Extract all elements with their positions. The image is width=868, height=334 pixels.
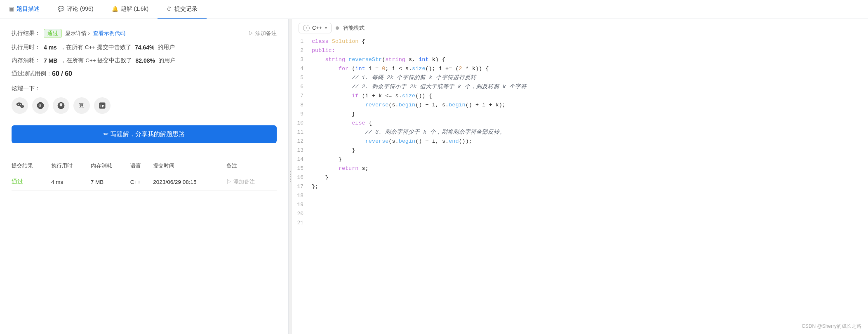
col-result: 提交结果 — [12, 159, 51, 173]
time-desc: ，在所有 C++ 提交中击败了 — [60, 44, 132, 51]
testcase-value: 60 / 60 — [52, 70, 72, 78]
social-icons: 微 豆 — [12, 97, 277, 114]
table-row: 通过 4 ms 7 MB C++ 2023/06/29 08:15 ▷ 添加备注 — [12, 173, 277, 191]
tab-description[interactable]: ▣ 题目描述 — [0, 0, 49, 19]
tab-bar: ▣ 题目描述 💬 评论 (996) 🔔 题解 (1.6k) ⏱ 提交记录 — [0, 0, 868, 19]
smart-mode-label: 智能模式 — [343, 24, 365, 32]
time-row: 执行用时： 4 ms ，在所有 C++ 提交中击败了 74.64% 的用户 — [12, 44, 277, 51]
view-code-link[interactable]: 查看示例代码 — [93, 30, 125, 37]
col-lang: 语言 — [130, 159, 153, 173]
editor-toolbar: i C++ ▾ 智能模式 — [292, 19, 868, 37]
row-lang: C++ — [130, 173, 153, 191]
wechat-share-button[interactable] — [12, 97, 28, 114]
divider-dot-5 — [290, 181, 291, 182]
code-line-2: 2 public: — [292, 46, 868, 55]
add-note-top[interactable]: ▷ 添加备注 — [248, 30, 277, 37]
submission-table: 提交结果 执行用时 内存消耗 语言 提交时间 备注 通过 4 ms 7 MB C… — [12, 159, 277, 191]
main-content: 执行结果： 通过 显示详情 › 查看示例代码 ▷ 添加备注 执行用时： 4 ms… — [0, 19, 868, 334]
code-line-11: 11 // 3. 剩余字符少于 k 个，则将剩余字符全部反转。 — [292, 128, 868, 137]
row-result: 通过 — [12, 173, 51, 191]
code-line-1: 1 class Solution { — [292, 37, 868, 46]
watermark: CSDN @Sherry的成长之路 — [802, 323, 861, 330]
divider-dot-2 — [290, 174, 291, 175]
share-label: 炫耀一下： — [12, 85, 277, 92]
mem-value: 7 MB — [44, 57, 57, 64]
mem-desc: ，在所有 C++ 提交中击败了 — [61, 57, 132, 64]
comments-icon: 💬 — [58, 6, 64, 12]
language-selector[interactable]: i C++ ▾ — [299, 23, 332, 33]
code-line-7: 7 if (i + k <= s.size()) { — [292, 92, 868, 101]
code-line-6: 6 // 2. 剩余字符小于 2k 但大于或等于 k 个，则反转前 k 个字符 — [292, 82, 868, 92]
time-percent: 74.64% — [135, 44, 154, 51]
col-note: 备注 — [226, 159, 277, 173]
description-icon: ▣ — [9, 6, 14, 12]
code-line-18: 18 — [292, 191, 868, 200]
right-panel: i C++ ▾ 智能模式 1 class Solution { 2 public… — [292, 19, 868, 334]
dot-indicator — [336, 26, 339, 30]
code-line-20: 20 — [292, 209, 868, 219]
code-line-8: 8 reverse(s.begin() + i, s.begin() + i +… — [292, 101, 868, 110]
code-line-21: 21 — [292, 219, 868, 228]
tab-submissions[interactable]: ⏱ 提交记录 — [158, 0, 207, 19]
time-value: 4 ms — [44, 44, 57, 51]
result-label: 执行结果： — [12, 30, 40, 37]
chevron-down-icon: ▾ — [325, 26, 327, 30]
result-row: 执行结果： 通过 显示详情 › 查看示例代码 ▷ 添加备注 — [12, 29, 277, 38]
svg-text:豆: 豆 — [79, 103, 84, 108]
weibo-share-button[interactable]: 微 — [32, 97, 49, 114]
divider-dot-1 — [290, 171, 291, 172]
qq-share-button[interactable] — [53, 97, 69, 114]
douban-share-button[interactable]: 豆 — [73, 97, 90, 114]
lang-info-icon: i — [303, 25, 310, 31]
code-line-19: 19 — [292, 200, 868, 209]
result-status-badge: 通过 — [44, 29, 62, 38]
col-submit-time: 提交时间 — [153, 159, 226, 173]
time-suffix: 的用户 — [158, 44, 175, 51]
left-panel: 执行结果： 通过 显示详情 › 查看示例代码 ▷ 添加备注 执行用时： 4 ms… — [0, 19, 289, 334]
code-line-15: 15 return s; — [292, 164, 868, 173]
divider-dot-3 — [290, 176, 291, 177]
col-mem: 内存消耗 — [91, 159, 130, 173]
row-submit-time: 2023/06/29 08:15 — [153, 173, 226, 191]
code-line-3: 3 string reverseStr(string s, int k) { — [292, 55, 868, 64]
show-detail-link[interactable]: 显示详情 › — [65, 30, 90, 37]
code-line-16: 16 } — [292, 173, 868, 182]
panel-divider[interactable] — [289, 19, 292, 334]
testcase-row: 通过测试用例： 60 / 60 — [12, 70, 277, 78]
code-line-9: 9 } — [292, 110, 868, 119]
col-time: 执行用时 — [51, 159, 91, 173]
time-label: 执行用时： — [12, 44, 40, 51]
divider-dot-4 — [290, 179, 291, 180]
code-line-10: 10 else { — [292, 119, 868, 128]
lang-label: C++ — [312, 25, 322, 31]
write-solution-button[interactable]: ✏ 写题解，分享我的解题思路 — [12, 125, 277, 143]
row-note[interactable]: ▷ 添加备注 — [226, 173, 277, 191]
submissions-icon: ⏱ — [167, 6, 172, 12]
code-line-14: 14 } — [292, 155, 868, 164]
code-line-17: 17 }; — [292, 182, 868, 191]
code-editor[interactable]: 1 class Solution { 2 public: 3 string re… — [292, 37, 868, 334]
code-line-4: 4 for (int i = 0; i < s.size(); i += (2 … — [292, 64, 868, 73]
mem-label: 内存消耗： — [12, 57, 40, 64]
code-line-5: 5 // 1. 每隔 2k 个字符的前 k 个字符进行反转 — [292, 73, 868, 82]
tab-comments[interactable]: 💬 评论 (996) — [49, 0, 103, 19]
linkedin-share-button[interactable] — [94, 97, 111, 114]
mem-suffix: 的用户 — [158, 57, 176, 64]
mem-percent: 82.08% — [135, 57, 155, 64]
mem-row: 内存消耗： 7 MB ，在所有 C++ 提交中击败了 82.08% 的用户 — [12, 57, 277, 64]
solutions-icon: 🔔 — [112, 6, 118, 12]
code-line-12: 12 reverse(s.begin() + i, s.end()); — [292, 137, 868, 146]
testcase-label: 通过测试用例： — [12, 70, 52, 78]
tab-solutions[interactable]: 🔔 题解 (1.6k) — [103, 0, 158, 19]
svg-text:微: 微 — [38, 103, 42, 108]
code-line-13: 13 } — [292, 146, 868, 155]
row-mem: 7 MB — [91, 173, 130, 191]
row-time: 4 ms — [51, 173, 91, 191]
